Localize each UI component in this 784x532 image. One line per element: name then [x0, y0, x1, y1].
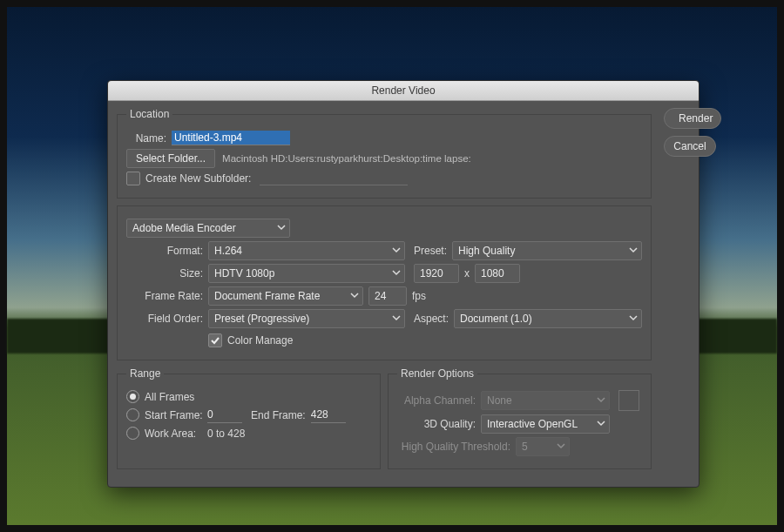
fieldorder-dropdown[interactable]: Preset (Progressive): [208, 309, 405, 328]
fps-label: fps: [412, 290, 426, 302]
color-manage-checkbox[interactable]: [208, 333, 222, 347]
quality-label: 3D Quality:: [397, 418, 481, 430]
all-frames-label: All Frames: [145, 391, 194, 403]
aspect-dropdown[interactable]: Document (1.0): [454, 309, 642, 328]
select-folder-button[interactable]: Select Folder...: [126, 149, 215, 168]
chevron-down-icon: [597, 419, 605, 428]
fieldorder-label: Field Order:: [126, 313, 208, 325]
encoder-dropdown[interactable]: Adobe Media Encoder: [126, 219, 290, 238]
dialog-title: Render Video: [371, 84, 435, 97]
start-frame-input[interactable]: [207, 407, 242, 423]
desktop-background: Render Video Location Name: Select Folde…: [0, 0, 784, 532]
height-input[interactable]: 1080: [475, 264, 520, 283]
size-dropdown[interactable]: HDTV 1080p: [208, 264, 405, 283]
name-input[interactable]: [172, 131, 290, 145]
format-value: H.264: [214, 245, 242, 257]
start-frame-label: Start Frame:: [145, 409, 207, 421]
alpha-label: Alpha Channel:: [397, 394, 481, 407]
location-group: Location Name: Select Folder... Macintos…: [117, 108, 652, 199]
threshold-label: High Quality Threshold:: [397, 441, 516, 453]
chevron-down-icon: [392, 246, 401, 254]
format-dropdown[interactable]: H.264: [208, 241, 405, 260]
subfolder-name-input[interactable]: [260, 172, 408, 185]
chevron-down-icon: [597, 395, 605, 404]
aspect-value: Document (1.0): [460, 313, 532, 325]
chevron-down-icon: [392, 313, 401, 322]
preset-label: Preset:: [414, 245, 447, 257]
chevron-down-icon: [392, 268, 401, 277]
threshold-dropdown: 5: [516, 437, 570, 456]
fieldorder-value: Preset (Progressive): [214, 313, 309, 325]
alpha-value: None: [487, 394, 512, 407]
work-area-value: 0 to 428: [207, 428, 245, 440]
name-label: Name:: [126, 132, 172, 145]
chevron-down-icon: [277, 223, 286, 232]
color-manage-label: Color Manage: [227, 334, 293, 347]
quality-dropdown[interactable]: Interactive OpenGL: [481, 414, 610, 434]
size-label: Size:: [126, 267, 208, 279]
preset-value: High Quality: [458, 245, 515, 257]
aspect-label: Aspect:: [414, 313, 449, 325]
range-group: Range All Frames Start Frame: End Frame:: [117, 367, 381, 469]
render-button[interactable]: Render: [664, 108, 721, 129]
start-frame-radio[interactable]: [126, 408, 139, 421]
folder-path: Macintosh HD:Users:rustyparkhurst:Deskto…: [222, 153, 471, 164]
chevron-down-icon: [629, 246, 638, 254]
alpha-dropdown: None: [481, 391, 610, 410]
work-area-label: Work Area:: [145, 428, 207, 440]
size-value: HDTV 1080p: [214, 267, 274, 279]
alpha-matte-swatch: [618, 390, 639, 411]
size-x: x: [464, 267, 470, 279]
chevron-down-icon: [557, 441, 565, 450]
preset-dropdown[interactable]: High Quality: [452, 241, 642, 260]
cancel-button[interactable]: Cancel: [664, 136, 716, 157]
chevron-down-icon: [350, 291, 359, 300]
threshold-value: 5: [522, 441, 528, 453]
end-frame-input[interactable]: [311, 407, 346, 423]
create-subfolder-checkbox[interactable]: [126, 172, 140, 185]
encoder-group: Adobe Media Encoder Format: H.264 Preset…: [117, 205, 652, 360]
location-legend: Location: [126, 108, 172, 120]
framerate-value: Document Frame Rate: [214, 290, 320, 302]
quality-value: Interactive OpenGL: [487, 418, 578, 430]
range-legend: Range: [126, 367, 164, 380]
framerate-dropdown[interactable]: Document Frame Rate: [208, 286, 363, 306]
render-video-dialog: Render Video Location Name: Select Folde…: [107, 80, 700, 488]
encoder-dropdown-value: Adobe Media Encoder: [132, 222, 236, 234]
render-options-group: Render Options Alpha Channel: None 3D Qu…: [388, 367, 652, 469]
render-options-legend: Render Options: [397, 367, 477, 380]
work-area-radio[interactable]: [126, 427, 139, 440]
create-subfolder-label: Create New Subfolder:: [145, 172, 251, 185]
dialog-titlebar: Render Video: [108, 81, 699, 101]
all-frames-radio[interactable]: [126, 390, 139, 403]
chevron-down-icon: [629, 313, 638, 322]
width-input[interactable]: 1920: [414, 264, 459, 283]
format-label: Format:: [126, 245, 208, 257]
framerate-label: Frame Rate:: [126, 290, 208, 302]
framerate-num-input[interactable]: 24: [368, 286, 407, 306]
end-frame-label: End Frame:: [251, 409, 306, 421]
